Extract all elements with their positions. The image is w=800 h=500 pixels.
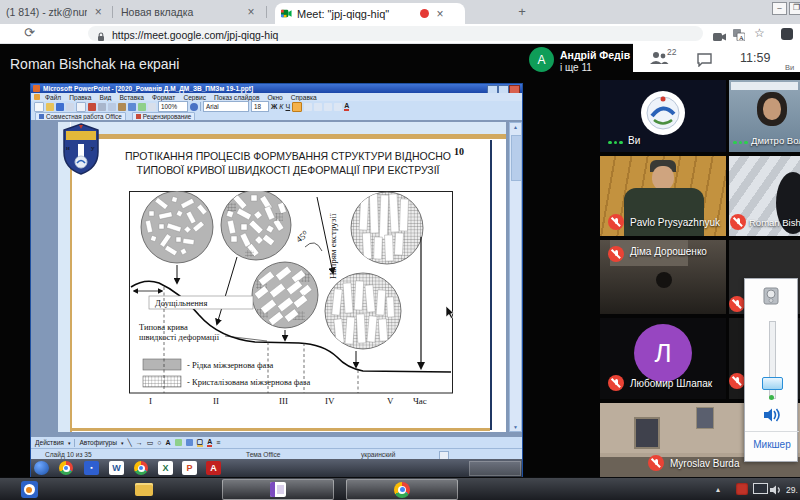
- participant-more: і ще 11: [560, 62, 592, 73]
- close-icon[interactable]: ×: [245, 6, 257, 18]
- new-tab-button[interactable]: +: [514, 4, 530, 20]
- arrow-tool-icon[interactable]: →: [136, 439, 143, 446]
- powerpoint-taskbar-icon[interactable]: P: [182, 461, 197, 475]
- people-icon[interactable]: [649, 51, 669, 69]
- menu-file[interactable]: Файл: [45, 94, 61, 101]
- video-tile-dmytro[interactable]: Дмитро Вол: [729, 80, 800, 152]
- window-maximize-button[interactable]: ❐: [789, 2, 800, 15]
- align-left-button[interactable]: [304, 103, 312, 111]
- undo-icon[interactable]: [128, 103, 136, 111]
- spelling-icon[interactable]: [88, 103, 96, 111]
- mic-muted-icon: [730, 214, 746, 230]
- scroll-up-icon[interactable]: ▲: [511, 124, 520, 130]
- menu-window[interactable]: Окно: [267, 94, 282, 101]
- window-minimize-button[interactable]: –: [772, 2, 787, 15]
- menu-insert[interactable]: Вставка: [119, 94, 144, 101]
- fill-color-icon[interactable]: ▢: [197, 439, 204, 447]
- floppy-save-taskbar-icon[interactable]: ▪: [84, 461, 99, 475]
- tray-clock[interactable]: 29.: [786, 485, 800, 495]
- slide-scrollbar[interactable]: ▲ ▼: [509, 122, 522, 432]
- italic-button[interactable]: К: [279, 103, 283, 110]
- video-tile-pavlo[interactable]: Pavlo Prysyazhnyuk: [600, 156, 726, 236]
- font-color-icon[interactable]: А: [207, 439, 212, 447]
- tab-separator: [266, 6, 267, 18]
- menu-tools[interactable]: Сервис: [183, 94, 206, 101]
- align-center-button[interactable]: [292, 102, 302, 112]
- autoshapes-menu[interactable]: Автофигуры: [79, 439, 117, 446]
- svg-text:A: A: [739, 34, 744, 41]
- oval-tool-icon[interactable]: ○: [157, 439, 161, 446]
- chrome-taskbar-icon[interactable]: [134, 461, 148, 475]
- volume-slider-handle[interactable]: [762, 377, 783, 390]
- font-size-select[interactable]: 18: [251, 101, 269, 112]
- numbering-icon[interactable]: [324, 103, 332, 111]
- clipart-icon[interactable]: [175, 439, 182, 446]
- start-button-icon[interactable]: [34, 461, 49, 475]
- underline-button[interactable]: Ч: [285, 103, 290, 110]
- tab-separator: [112, 6, 113, 18]
- tab-new-tab[interactable]: Новая вкладка ×: [115, 0, 263, 24]
- close-icon[interactable]: ×: [92, 6, 104, 18]
- textbox-tool-icon[interactable]: A: [166, 439, 171, 446]
- cut-icon[interactable]: [98, 103, 106, 111]
- taskbar-chrome-button[interactable]: [346, 479, 458, 500]
- line-style-icon[interactable]: ≡: [216, 439, 220, 446]
- word-taskbar-icon[interactable]: W: [109, 461, 124, 475]
- tab-mail[interactable]: (1 814) - ztk@nung.edu.u ×: [0, 0, 110, 24]
- scrollbar-thumb[interactable]: [511, 135, 522, 181]
- print-icon[interactable]: [66, 103, 74, 111]
- menu-view[interactable]: Вид: [100, 94, 112, 101]
- align-right-button[interactable]: [314, 103, 322, 111]
- close-icon[interactable]: ×: [434, 8, 446, 20]
- adobe-reader-taskbar-icon[interactable]: A: [206, 461, 221, 475]
- mixer-link[interactable]: Микшер: [745, 439, 799, 450]
- tray-app-icon[interactable]: [736, 483, 748, 495]
- video-tile-you[interactable]: Ви: [600, 80, 726, 152]
- video-tile-roman[interactable]: Roman Bish: [729, 156, 800, 236]
- mute-speaker-icon[interactable]: [763, 407, 781, 427]
- font-color-button[interactable]: А: [344, 102, 349, 111]
- rectangle-tool-icon[interactable]: ▭: [147, 439, 154, 447]
- bullets-icon[interactable]: [334, 103, 342, 111]
- taskbar-media-player-button[interactable]: [6, 479, 52, 500]
- video-tile-lyubomyr[interactable]: Л Любомир Шлапак: [600, 318, 726, 399]
- tab-meet[interactable]: Meet: "jpj-qiqg-hiq" ×: [275, 3, 465, 24]
- menu-edit[interactable]: Правка: [69, 94, 91, 101]
- picture-icon[interactable]: [186, 439, 193, 446]
- menu-slideshow[interactable]: Показ слайдов: [214, 94, 259, 101]
- tray-speaker-icon[interactable]: [770, 482, 782, 500]
- scroll-down-icon[interactable]: ▼: [511, 424, 520, 430]
- tile-label: Дмитро Вол: [751, 135, 800, 146]
- toolbar-button-icon: [39, 114, 44, 119]
- help-icon[interactable]: [190, 103, 198, 111]
- menu-help[interactable]: Справка: [291, 94, 317, 101]
- extension-icon[interactable]: [781, 28, 793, 40]
- paste-icon[interactable]: [118, 103, 126, 111]
- menu-format[interactable]: Формат: [152, 94, 175, 101]
- line-tool-icon[interactable]: ╲: [127, 439, 131, 447]
- excel-taskbar-icon[interactable]: X: [158, 461, 173, 475]
- taskbar-explorer-button[interactable]: [120, 479, 168, 500]
- video-tile-dima[interactable]: Діма Дорошенко: [600, 240, 726, 314]
- font-name-select[interactable]: Arial: [203, 101, 249, 112]
- open-icon[interactable]: [46, 103, 54, 111]
- participants-summary[interactable]: А Андрій Федів і ще 11: [529, 47, 634, 75]
- bold-button[interactable]: Ж: [271, 103, 277, 110]
- reload-icon[interactable]: ⟳: [24, 25, 35, 40]
- copy-icon[interactable]: [108, 103, 116, 111]
- chart-icon[interactable]: [138, 103, 146, 111]
- tray-expand-icon[interactable]: ▴: [716, 485, 720, 494]
- bookmark-star-icon[interactable]: ☆: [754, 26, 765, 40]
- zoom-select[interactable]: 100%: [158, 101, 188, 112]
- chat-icon[interactable]: [697, 53, 713, 71]
- actions-menu[interactable]: Действия: [35, 439, 64, 446]
- table-icon[interactable]: [148, 103, 156, 111]
- tray-display-icon[interactable]: [753, 483, 768, 494]
- new-icon[interactable]: [34, 102, 44, 112]
- save-icon[interactable]: [56, 103, 64, 111]
- taskbar-powerpoint-button[interactable]: [222, 479, 334, 500]
- chrome-taskbar-icon[interactable]: [59, 461, 73, 475]
- presenting-banner: Roman Bishchak на екрані: [10, 56, 179, 72]
- shared-system-tray: [469, 461, 521, 476]
- preview-icon[interactable]: [76, 102, 86, 112]
